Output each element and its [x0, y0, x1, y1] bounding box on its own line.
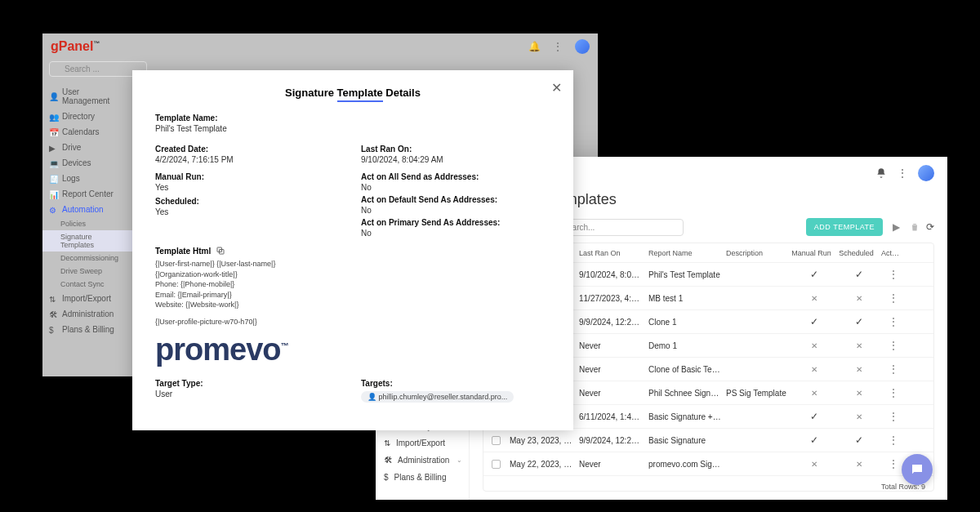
cell-report-name: Basic Signature: [648, 436, 726, 445]
sidebar-item-user-management[interactable]: 👤User Management: [42, 84, 132, 109]
all-send-value: No: [361, 183, 550, 192]
cell-last-ran: 9/9/2024, 12:23:38 AM: [579, 436, 648, 445]
cell-report-name: Demo 1: [648, 341, 726, 350]
cell-last-ran: 9/10/2024, 8:04:29 AM: [579, 270, 648, 279]
cell-manual-run: ✓: [791, 411, 836, 422]
col-report-name[interactable]: Report Name: [648, 249, 726, 257]
run-icon[interactable]: ▶: [889, 221, 903, 233]
sidebar-item-logs[interactable]: 🧾Logs: [42, 171, 132, 186]
cell-scheduled: ✕: [836, 294, 881, 303]
default-send-label: Act on Default Send As Addresses:: [361, 195, 550, 204]
row-actions-icon[interactable]: ⋮: [881, 363, 906, 376]
table-row[interactable]: May 23, 2023, 4:08 AM9/9/2024, 12:23:38 …: [483, 429, 933, 452]
table-row[interactable]: May 22, 2023, 12:22 PMNeverpromevo.com S…: [483, 452, 933, 476]
cell-created: May 23, 2023, 4:08 AM: [510, 436, 579, 445]
primary-send-value: No: [361, 229, 550, 238]
sidebar-item-administration[interactable]: 🛠 Administration⌄: [376, 452, 469, 469]
cell-manual-run: ✕: [791, 389, 836, 398]
last-ran-value: 9/10/2024, 8:04:29 AM: [361, 155, 550, 164]
cell-manual-run: ✕: [791, 341, 836, 350]
cell-created: May 22, 2023, 12:22 PM: [510, 460, 579, 469]
col-actions: Actions: [881, 249, 906, 257]
more-icon[interactable]: ⋮: [897, 167, 908, 180]
manual-run-value: Yes: [155, 183, 345, 192]
sidebar-item-devices[interactable]: 💻Devices: [42, 155, 132, 171]
avatar[interactable]: [575, 39, 590, 54]
cell-scheduled: ✕: [836, 389, 881, 398]
row-actions-icon[interactable]: ⋮: [881, 434, 906, 447]
row-actions-icon[interactable]: ⋮: [881, 386, 906, 399]
sidebar-item-drive[interactable]: ▶Drive: [42, 140, 132, 155]
sidebar-sub-drive-sweep[interactable]: Drive Sweep: [42, 265, 132, 278]
col-description[interactable]: Description: [726, 249, 791, 257]
avatar[interactable]: [918, 165, 934, 181]
signature-template-details-modal: ✕ Signature Template Details Template Na…: [132, 70, 573, 430]
row-actions-icon[interactable]: ⋮: [881, 268, 906, 281]
sidebar-sub-policies[interactable]: Policies: [42, 217, 132, 230]
cell-manual-run: ✕: [791, 294, 836, 303]
sidebar-item-import-export[interactable]: ⇅Import/Export: [42, 291, 132, 306]
created-date-label: Created Date:: [155, 145, 345, 154]
sidebar-item-administration[interactable]: 🛠Administration: [42, 306, 132, 322]
promevo-logo: promevo™: [155, 332, 550, 367]
sidebar-sub-signature-templates[interactable]: Signature Templates: [42, 230, 132, 252]
cell-scheduled: ✕: [836, 341, 881, 350]
cell-report-name: Basic Signature + Mo...: [648, 412, 726, 421]
row-actions-icon[interactable]: ⋮: [881, 315, 906, 328]
template-name-value: Phil's Test Template: [155, 124, 550, 133]
cell-scheduled: ✕: [836, 412, 881, 421]
background-gpanel-window: gPanel™ 🔔 ⋮ Search ... 👤User Management …: [42, 33, 598, 376]
sidebar-item-plans-billing[interactable]: $Plans & Billing: [42, 322, 132, 337]
row-checkbox[interactable]: [492, 436, 501, 445]
cell-manual-run: ✓: [791, 316, 836, 327]
row-checkbox[interactable]: [492, 460, 501, 469]
add-template-button[interactable]: ADD TEMPLATE: [806, 218, 883, 236]
notifications-icon[interactable]: [875, 167, 887, 179]
target-type-value: User: [155, 390, 345, 398]
delete-icon[interactable]: [910, 221, 920, 233]
scheduled-value: Yes: [155, 207, 345, 216]
target-chip[interactable]: 👤 phillip.chumley@reseller.standard.pro.…: [361, 391, 514, 403]
col-manual-run[interactable]: Manual Run: [791, 249, 836, 257]
chat-fab[interactable]: [902, 454, 933, 485]
modal-title: Signature Template Details: [155, 87, 550, 99]
row-actions-icon[interactable]: ⋮: [881, 292, 906, 305]
cell-last-ran: Never: [579, 389, 648, 398]
template-html-body: {|User-first-name|} {|User-last-name|} {…: [155, 259, 550, 327]
cell-last-ran: Never: [579, 341, 648, 350]
more-icon[interactable]: ⋮: [552, 40, 564, 53]
target-type-label: Target Type:: [155, 379, 345, 388]
row-actions-icon[interactable]: ⋮: [881, 410, 906, 423]
template-name-label: Template Name:: [155, 114, 550, 122]
sidebar-sub-decommissioning[interactable]: Decommissioning: [42, 252, 132, 265]
row-actions-icon[interactable]: ⋮: [881, 339, 906, 352]
notifications-icon[interactable]: 🔔: [528, 41, 541, 52]
cell-description: PS Sig Template: [726, 389, 791, 398]
refresh-icon[interactable]: ⟳: [926, 221, 934, 233]
scheduled-label: Scheduled:: [155, 197, 345, 206]
col-last-ran[interactable]: Last Ran On: [579, 249, 648, 257]
sidebar-item-import-export[interactable]: ⇅ Import/Export: [376, 434, 469, 452]
cell-report-name: Phil's Test Template: [648, 270, 726, 279]
sidebar-item-directory[interactable]: 👥Directory: [42, 109, 132, 124]
sidebar-item-report-center[interactable]: 📊Report Center: [42, 186, 132, 202]
cell-scheduled: ✕: [836, 365, 881, 374]
cell-manual-run: ✓: [791, 434, 836, 446]
cell-last-ran: 11/27/2023, 4:57:59 PM: [579, 294, 648, 303]
cell-report-name: MB test 1: [648, 294, 726, 303]
cell-report-name: Phil Schnee Signatur...: [648, 389, 726, 398]
cell-scheduled: ✓: [836, 434, 881, 446]
close-icon[interactable]: ✕: [551, 80, 562, 96]
manual-run-label: Manual Run:: [155, 172, 345, 181]
sidebar-sub-contact-sync[interactable]: Contact Sync: [42, 278, 132, 291]
col-scheduled[interactable]: Scheduled: [836, 249, 881, 257]
sidebar-item-calendars[interactable]: 📅Calendars: [42, 124, 132, 140]
sidebar-item-plans-billing[interactable]: $ Plans & Billing: [376, 469, 469, 486]
created-date-value: 4/2/2024, 7:16:15 PM: [155, 155, 345, 164]
cell-last-ran: Never: [579, 460, 648, 469]
table-footer-total: Total Rows: 9: [483, 476, 933, 492]
sidebar-item-automation[interactable]: ⚙Automation: [42, 202, 132, 217]
template-html-label: Template Html: [155, 247, 211, 256]
last-ran-label: Last Ran On:: [361, 145, 550, 154]
copy-icon[interactable]: [216, 246, 225, 256]
